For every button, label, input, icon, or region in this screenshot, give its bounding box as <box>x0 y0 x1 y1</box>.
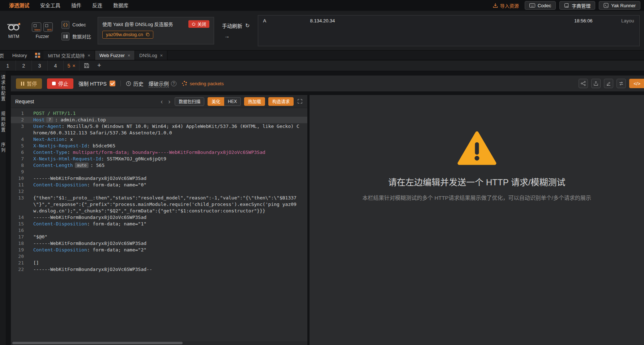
sidetab-rule-config[interactable]: 规则配置 <box>0 111 6 133</box>
record-ip-cell: 8.134.20.34 <box>305 18 569 23</box>
editor-line[interactable]: 15Content-Disposition: form-data; name="… <box>11 221 307 227</box>
close-icon[interactable]: × <box>72 63 75 69</box>
book-icon <box>564 3 569 8</box>
edit-button[interactable] <box>604 79 613 88</box>
stop-button[interactable]: 停止 <box>47 78 73 89</box>
swap-button[interactable] <box>617 79 626 88</box>
dnslog-result-table[interactable]: A 8.134.20.34 18:56:06 Layou <box>258 15 640 46</box>
editor-line[interactable]: 12 <box>11 188 307 195</box>
construct-request-button[interactable]: 构造请求 <box>268 97 294 106</box>
refresh-icon: ↻ <box>245 22 250 29</box>
import-icon <box>493 3 498 8</box>
force-https-toggle[interactable]: 强制 HTTPS <box>78 80 115 87</box>
editor-line[interactable]: 18------WebKitFormBoundaryx8jO2oVc6SWP3S… <box>11 240 307 247</box>
menu-database[interactable]: 数据库 <box>108 0 134 11</box>
editor-line[interactable]: 4Next-Action: x <box>11 136 307 143</box>
editor-line[interactable]: 1POST / HTTP/1.1 <box>11 110 307 117</box>
subtab-4[interactable]: 4 <box>48 60 64 71</box>
yak-runner-button[interactable]: Yak Runner <box>599 1 640 10</box>
editor-line[interactable]: 10------WebKitFormBoundaryx8jO2oVc6SWP3S… <box>11 175 307 182</box>
editor-line[interactable]: 22------WebKitFormBoundaryx8jO2oVc6SWP3S… <box>11 266 307 273</box>
goggles-icon <box>7 22 21 32</box>
save-icon[interactable] <box>80 60 94 71</box>
hex-button[interactable]: HEX <box>224 97 241 106</box>
code-view-button[interactable]: </> <box>629 79 644 88</box>
menu-plugins[interactable]: 插件 <box>66 0 87 11</box>
close-icon[interactable]: × <box>160 53 163 58</box>
fuzzer-page: 请求包配置 规则配置 序列 暂停 停止 强制 HTTPS <box>0 71 644 345</box>
codec-shortcut[interactable]: Codec <box>61 21 91 29</box>
menu-pentest[interactable]: 渗透测试 <box>4 0 35 11</box>
power-icon <box>192 22 196 26</box>
import-resource-button[interactable]: 导入资源 <box>491 2 521 9</box>
codec-icon <box>61 21 69 29</box>
subtab-1[interactable]: 1 <box>0 60 16 71</box>
editor-line[interactable]: 16 <box>11 227 307 234</box>
editor-line[interactable]: 21[] <box>11 260 307 266</box>
chevron-right-icon[interactable]: › <box>167 98 171 105</box>
close-icon[interactable]: × <box>128 53 131 58</box>
fuzzer-toolbar: 暂停 停止 强制 HTTPS 历史 爆破示例 ? <box>11 76 644 91</box>
mitm-shortcut[interactable]: MITM <box>4 21 23 40</box>
horizontal-scrollbar[interactable] <box>11 341 307 345</box>
subtab-5[interactable]: 5 × <box>64 60 80 71</box>
editor-line[interactable]: 2Host?: admin.chaini.top <box>11 117 307 123</box>
codec-button[interactable]: Codec <box>525 1 556 10</box>
manual-refresh-button[interactable]: 手动刷新 ↻ <box>222 22 250 29</box>
editor-line[interactable]: 17"$@0" <box>11 234 307 240</box>
blast-example-link[interactable]: 爆破示例 ? <box>149 80 176 87</box>
yakit-window: 渗透测试 安全工具 插件 反连 数据库 导入资源 Codec 字典管理 Yak … <box>0 0 644 345</box>
dnslog-domain-tag[interactable]: yaz09w.dnslog.cn <box>102 31 153 39</box>
scrollbar-thumb[interactable] <box>12 342 183 344</box>
beautify-button[interactable]: 美化 <box>208 97 224 106</box>
arrow-right-icon: → <box>222 33 250 39</box>
sending-status: sending packets <box>182 81 224 86</box>
editor-line[interactable]: 3User-Agent: Mozilla/5.0 (Windows NT 10.… <box>11 123 307 136</box>
fuzzer-shortcut[interactable]: Web WS Fuzzer <box>30 21 55 40</box>
tab-mitm[interactable]: MITM 交互式劫持 × <box>43 51 95 60</box>
hot-reload-button[interactable]: 热加载 <box>244 97 265 106</box>
dictionary-manage-button[interactable]: 字典管理 <box>559 1 595 10</box>
quick-toolbar: MITM Web WS Fuzzer Codec 数据对比 使用 Yakit 自… <box>0 11 644 51</box>
apps-grid-icon[interactable] <box>32 51 43 60</box>
dnslog-close-button[interactable]: 关闭 <box>188 20 209 28</box>
tab-history[interactable]: History <box>7 51 32 60</box>
empty-state-subtitle: 本栏结果针对模糊测试的多个 HTTP请求结果展示做了优化，可以自动识别单个/多个… <box>362 194 591 201</box>
tab-home[interactable]: 首页 <box>0 51 7 60</box>
packet-scan-button[interactable]: 数据包扫描 <box>175 97 204 106</box>
add-fuzzer-tab-button[interactable]: + <box>94 60 105 71</box>
history-button[interactable]: 历史 <box>126 80 144 87</box>
chevron-left-icon[interactable]: ‹ <box>159 98 164 105</box>
editor-line[interactable]: 6Content-Type: multipart/form-data; boun… <box>11 149 307 156</box>
data-compare-shortcut[interactable]: 数据对比 <box>61 33 91 40</box>
editor-line[interactable]: 20 <box>11 253 307 260</box>
checkbox-checked-icon[interactable] <box>110 81 115 86</box>
table-row[interactable]: A 8.134.20.34 18:56:06 Layou <box>258 16 639 26</box>
editor-line[interactable]: 8Content-Lengthauto: 565 <box>11 162 307 169</box>
editor-line[interactable]: 5X-Nextjs-Request-Id: b5dce965 <box>11 143 307 149</box>
editor-line[interactable]: 13{"then":"$1:__proto__:then","status":"… <box>11 195 307 214</box>
pause-button[interactable]: 暂停 <box>16 78 42 89</box>
web-fuzzer-icon: Web <box>32 22 41 32</box>
keyboard-icon <box>529 3 535 8</box>
tab-web-fuzzer[interactable]: Web Fuzzer × <box>95 51 135 60</box>
close-icon[interactable]: × <box>88 53 90 58</box>
editor-line[interactable]: 11Content-Disposition: form-data; name="… <box>11 182 307 188</box>
left-vertical-tabs: 请求包配置 规则配置 序列 <box>0 71 6 345</box>
editor-line[interactable]: 14------WebKitFormBoundaryx8jO2oVc6SWP3S… <box>11 214 307 221</box>
sidetab-request-config[interactable]: 请求包配置 <box>0 75 6 102</box>
editor-line[interactable]: 19Content-Disposition: form-data; name="… <box>11 247 307 253</box>
request-editor[interactable]: 1POST / HTTP/1.12Host?: admin.chaini.top… <box>11 108 307 341</box>
share-button[interactable] <box>579 79 588 88</box>
editor-line[interactable]: 7X-Nextjs-Html-Request-Id: SSTMXm7OJ_g0N… <box>11 156 307 162</box>
editor-line[interactable]: 9 <box>11 169 307 175</box>
export-button[interactable] <box>591 79 601 88</box>
subtab-3[interactable]: 3 <box>32 60 48 71</box>
fullscreen-icon[interactable] <box>297 99 303 104</box>
tab-dnslog[interactable]: DNSLog × <box>135 51 167 60</box>
help-icon: ? <box>171 81 176 86</box>
menu-reverse-conn[interactable]: 反连 <box>87 0 108 11</box>
menu-security-tools[interactable]: 安全工具 <box>35 0 66 11</box>
subtab-2[interactable]: 2 <box>16 60 32 71</box>
sidetab-sequence[interactable]: 序列 <box>0 142 6 153</box>
